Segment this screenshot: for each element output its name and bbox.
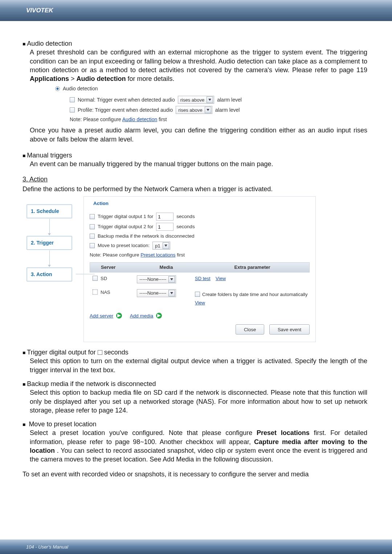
hdr-media: Media (137, 264, 195, 271)
sd-media-select[interactable]: -----None----- (137, 275, 176, 283)
chevron-down-icon (168, 290, 175, 296)
profile-alarm-label: alarm level (215, 107, 240, 114)
nas-checkbox[interactable] (93, 290, 98, 295)
audio-detection-radio-row: Audio detection (55, 85, 367, 92)
panel-title: Action (92, 200, 110, 207)
chevron-down-icon (205, 107, 211, 113)
hdr-server: Server (90, 264, 137, 271)
footer-band: 104 - User's Manual (0, 539, 392, 554)
hdr-extra: Extra parameter (195, 264, 309, 271)
chevron-down-icon (207, 97, 213, 103)
brand-text: VIVOTEK (26, 7, 53, 14)
lower-b3-heading: Move to preset location (23, 420, 367, 428)
normal-select[interactable]: rises above (178, 96, 214, 104)
table-row: NAS -----None----- Create f (90, 286, 310, 309)
action-wrap: 1. Schedule 2. Trigger 3. Action Action … (23, 196, 367, 342)
nas-media-select[interactable]: -----None----- (137, 289, 176, 297)
manual-triggers-title: Manual triggers (27, 152, 72, 159)
add-icon (116, 313, 122, 319)
lower-b2-heading: Backup media if the network is disconnec… (23, 379, 367, 388)
normal-checkbox[interactable] (70, 97, 75, 102)
header-band: VIVOTEK (0, 0, 392, 21)
do1-seconds-input[interactable] (156, 213, 173, 221)
normal-alarm-label: alarm level (217, 97, 242, 103)
panel-buttons: Close Save event (90, 324, 310, 335)
action-section-para: Define the actions to be performed by th… (23, 185, 367, 193)
nas-label: NAS (101, 289, 110, 296)
lower-b1-heading: Trigger digital output for seconds (23, 348, 367, 357)
audio-second-para: Once you have a preset audio alarm level… (30, 126, 367, 144)
chevron-down-icon (163, 242, 169, 249)
audio-detection-heading: Audio detection (23, 39, 367, 48)
do1-checkbox[interactable] (90, 214, 95, 219)
steps-column: 1. Schedule 2. Trigger 3. Action (23, 196, 76, 342)
move-label: Move to preset location: (98, 242, 150, 249)
action-section-title: 3. Action (23, 175, 367, 184)
nas-create-folders-checkbox[interactable] (195, 292, 200, 297)
footer-text: 104 - User's Manual (26, 544, 68, 550)
do2-checkbox[interactable] (90, 224, 95, 229)
backup-checkbox[interactable] (90, 234, 95, 239)
server-table-header: Server Media Extra parameter (90, 262, 310, 272)
close-button[interactable]: Close (236, 324, 264, 335)
step-action: 3. Action (26, 267, 72, 282)
step-schedule: 1. Schedule (26, 204, 72, 218)
do2-seconds-label: seconds (176, 223, 195, 230)
action-panel: Action Trigger digital output 1 for seco… (83, 196, 316, 342)
add-icon (156, 313, 162, 319)
do1-label: Trigger digital output 1 for (98, 213, 153, 220)
audio-detection-radio[interactable] (55, 86, 60, 91)
sd-checkbox[interactable] (93, 276, 98, 281)
audio-note: Note: Please configure Audio detection f… (70, 116, 367, 123)
profile-checkbox[interactable] (70, 107, 75, 112)
profile-label: Profile: Trigger event when detected aud… (78, 107, 173, 114)
nas-view-link[interactable]: View (195, 300, 205, 305)
manual-triggers-para: An event can be manually triggered by th… (30, 160, 367, 168)
save-event-button[interactable]: Save event (269, 324, 310, 335)
table-row: SD -----None----- SD test View (90, 272, 310, 286)
audio-detection-title: Audio detection (27, 40, 72, 47)
audio-detection-radio-label: Audio detection (63, 85, 98, 92)
nas-create-folders-label: Create folders by date time and hour aut… (202, 291, 308, 298)
preset-locations-link[interactable]: Preset locations (140, 252, 175, 258)
do2-label: Trigger digital output 2 for (98, 223, 153, 230)
move-checkbox[interactable] (90, 243, 95, 248)
manual-triggers-heading: Manual triggers (23, 151, 367, 160)
audio-detection-para: A preset threshold can be configured wit… (30, 48, 367, 83)
do2-seconds-input[interactable] (156, 223, 173, 231)
profile-select[interactable]: rises above (176, 106, 212, 114)
audio-detection-link[interactable]: Audio detection (122, 116, 158, 122)
add-server-link[interactable]: Add server (90, 313, 113, 319)
do1-seconds-label: seconds (176, 213, 195, 220)
lower-b2-para: Select this option to backup media file … (30, 388, 367, 415)
content: Audio detection A preset threshold can b… (0, 21, 392, 479)
sd-view-link[interactable]: View (216, 276, 226, 281)
closing-line: To set an event with recorded video or s… (23, 470, 367, 479)
add-media-link[interactable]: Add media (130, 313, 154, 319)
lower-b3-para: Select a preset location you've configur… (30, 428, 367, 464)
step-trigger: 2. Trigger (26, 236, 72, 250)
backup-label: Backup media if the network is disconnec… (98, 233, 194, 239)
normal-label: Normal: Trigger event when detected audi… (78, 97, 175, 103)
sd-test-link[interactable]: SD test (195, 276, 211, 281)
sd-label: SD (101, 275, 107, 282)
audio-detection-subpanel: Audio detection Normal: Trigger event wh… (55, 85, 367, 123)
empty-box-icon (98, 350, 102, 355)
lower-b1-para: Select this option to turn on the extern… (30, 357, 367, 374)
chevron-down-icon (168, 276, 175, 283)
move-select[interactable]: p1 (152, 242, 170, 250)
